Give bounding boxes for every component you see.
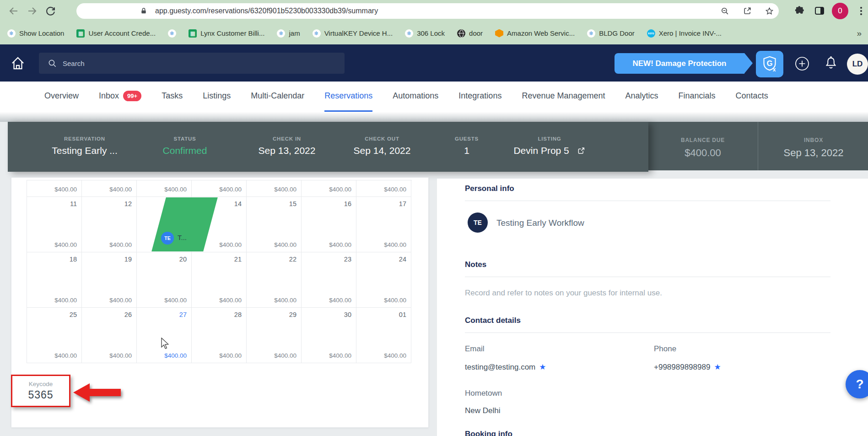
keycode-value: 5365 [12, 389, 69, 401]
svg-text:G: G [766, 59, 772, 68]
summary-check-out: CHECK OUT Sep 14, 2022 [354, 136, 411, 156]
side-panel-icon[interactable] [815, 7, 824, 15]
bookmark-306-lock[interactable]: ❄306 Lock [405, 29, 445, 38]
bookmark-user-account[interactable]: ▦User Account Crede... [76, 29, 156, 38]
bookmark-xero[interactable]: xeroXero | Invoice INV-... [647, 29, 722, 38]
tab-financials[interactable]: Financials [679, 82, 716, 112]
favorite-star-icon[interactable]: ★ [714, 363, 721, 371]
bookmark-aws[interactable]: Amazon Web Servic... [495, 29, 575, 38]
notifications-bell-icon[interactable] [824, 56, 838, 71]
calendar-cell[interactable]: 15$400.00 [247, 197, 302, 252]
add-plus-icon[interactable] [795, 56, 809, 71]
calendar-price: $400.00 [219, 241, 242, 248]
guest-avatar-chip[interactable]: TE [161, 232, 174, 245]
tab-inbox[interactable]: Inbox99+ [99, 82, 141, 112]
reservation-block-label: T... [178, 234, 187, 241]
tab-automations[interactable]: Automations [393, 82, 438, 112]
calendar-cell[interactable]: $400.00 [82, 180, 137, 197]
snowflake-icon: ❄ [277, 29, 285, 38]
calendar-cell[interactable]: 22$400.00 [247, 252, 302, 308]
calendar-cell[interactable]: 01$400.00 [356, 308, 411, 363]
forward-icon[interactable] [27, 5, 38, 16]
calendar-price: $400.00 [219, 352, 242, 359]
balance-due-block: BALANCE DUE $400.00 [681, 137, 725, 159]
tab-reservations[interactable]: Reservations [324, 82, 372, 112]
summary-listing: LISTING Devin Prop 5 [513, 136, 585, 156]
tab-revenue-management[interactable]: Revenue Management [522, 82, 605, 112]
address-bar[interactable]: app.guesty.com/reservations/6320f901b523… [76, 3, 779, 19]
bookmark-virtualkey[interactable]: ❄VirtualKEY Device H... [313, 29, 393, 38]
calendar-cell[interactable]: $400.00 [137, 180, 192, 197]
user-avatar[interactable]: LD [847, 54, 868, 75]
calendar-cell[interactable]: $400.00 [302, 180, 356, 197]
browser-menu-icon[interactable] [857, 6, 866, 16]
damage-protection-promo[interactable]: NEW! Damage Protection [615, 53, 744, 74]
external-link-icon[interactable] [577, 147, 586, 155]
extensions-puzzle-icon[interactable] [794, 6, 804, 16]
tab-listings[interactable]: Listings [203, 82, 231, 112]
bookmark-bldg-door[interactable]: ❄BLDG Door [587, 29, 635, 38]
calendar-cell[interactable]: 12$400.00 [82, 197, 137, 252]
tab-overview[interactable]: Overview [44, 82, 79, 112]
calendar-cell[interactable]: $400.00 [27, 180, 82, 197]
bookmark-door[interactable]: door [457, 29, 483, 38]
divider [465, 332, 830, 333]
bookmark-unlabeled[interactable]: ❄ [168, 29, 176, 38]
calendar-price: $400.00 [54, 352, 77, 359]
home-icon[interactable] [10, 55, 26, 71]
calendar-day: 14 [234, 200, 242, 207]
calendar-cell[interactable]: 18$400.00 [27, 252, 82, 308]
bookmark-show-location[interactable]: ❄Show Location [7, 29, 64, 38]
calendar-cell[interactable]: 20$400.00 [137, 252, 192, 308]
tab-integrations[interactable]: Integrations [458, 82, 501, 112]
keycode-label: Keycode [12, 381, 69, 387]
calendar-cell[interactable]: $400.00 [247, 180, 302, 197]
calendar-day: 27 [179, 311, 187, 318]
calendar-row: 11$400.0012$400.0013$400.0014$400.0015$4… [27, 197, 412, 252]
tab-multi-calendar[interactable]: Multi-Calendar [251, 82, 304, 112]
calendar-cell[interactable]: 23$400.00 [302, 252, 356, 308]
calendar-cell[interactable]: 24$400.00 [356, 252, 411, 308]
browser-profile-avatar[interactable]: 0 [832, 3, 848, 19]
main-nav-tabs: Overview Inbox99+ Tasks Listings Multi-C… [0, 82, 868, 112]
reload-icon[interactable] [45, 5, 56, 16]
search-input[interactable]: Search [39, 53, 345, 74]
tab-analytics[interactable]: Analytics [625, 82, 658, 112]
calendar-cell[interactable]: 11$400.00 [27, 197, 82, 252]
calendar-price: $400.00 [109, 352, 132, 359]
phone-label: Phone [654, 344, 676, 354]
snowflake-icon: ❄ [587, 29, 595, 38]
calendar-cell[interactable]: $400.00 [356, 180, 411, 197]
inbox-date-block[interactable]: INBOX Sep 13, 2022 [784, 137, 844, 159]
calendar-cell[interactable]: 25$400.00 [27, 308, 82, 363]
guesty-shield-button[interactable]: G x [756, 51, 783, 77]
tab-contacts[interactable]: Contacts [736, 82, 768, 112]
summary-guests: GUESTS 1 [455, 136, 479, 156]
calendar-cell[interactable]: 28$400.00 [192, 308, 247, 363]
calendar-cell[interactable]: 16$400.00 [302, 197, 356, 252]
calendar-cell[interactable]: 27$400.00 [137, 308, 192, 363]
back-icon[interactable] [8, 5, 19, 16]
guest-avatar: TE [468, 213, 488, 233]
favorite-star-icon[interactable]: ★ [539, 363, 546, 371]
calendar-price: $400.00 [54, 297, 77, 304]
calendar-cell[interactable]: 26$400.00 [82, 308, 137, 363]
calendar-cell[interactable]: $400.00 [192, 180, 247, 197]
bookmark-jam[interactable]: ❄jam [277, 29, 300, 38]
bookmark-star-icon[interactable] [765, 7, 774, 16]
calendar-cell[interactable]: 30$400.00 [302, 308, 356, 363]
share-icon[interactable] [743, 7, 752, 16]
personal-info-title: Personal info [465, 184, 514, 193]
calendar-cell[interactable]: 21$400.00 [192, 252, 247, 308]
calendar-cell[interactable]: 29$400.00 [247, 308, 302, 363]
contact-details-title: Contact details [465, 316, 521, 325]
zoom-out-icon[interactable] [721, 7, 729, 16]
calendar-cell[interactable]: 17$400.00 [356, 197, 411, 252]
calendar-day: 16 [344, 200, 351, 207]
summary-check-in: CHECK IN Sep 13, 2022 [259, 136, 316, 156]
tab-tasks[interactable]: Tasks [162, 82, 183, 112]
calendar-day: 30 [344, 311, 351, 318]
bookmark-lynx-billing[interactable]: ▦Lynx Customer Billi... [189, 29, 264, 38]
bookmarks-overflow-chevron[interactable]: » [857, 28, 862, 38]
calendar-cell[interactable]: 19$400.00 [82, 252, 137, 308]
